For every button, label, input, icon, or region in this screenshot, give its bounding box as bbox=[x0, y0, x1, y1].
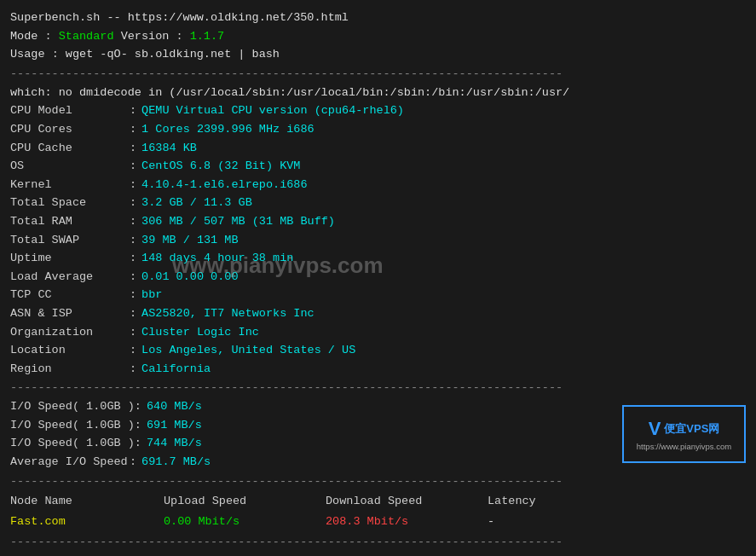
separator-1: ----------------------------------------… bbox=[10, 67, 746, 80]
os-row: OS : CentOS 6.8 (32 Bit) KVM bbox=[10, 157, 746, 176]
org-row: Organization : Cluster Logic Inc bbox=[10, 323, 746, 342]
location-row: Location : Los Angeles, United States / … bbox=[10, 341, 746, 360]
node-name-0: Fast.com bbox=[10, 512, 164, 532]
io1-value: 640 MB/s bbox=[147, 397, 202, 416]
cpu-cores-row: CPU Cores : 1 Cores 2399.996 MHz i686 bbox=[10, 120, 746, 139]
warning-text: which: no dmidecode in (/usr/local/sbin:… bbox=[10, 86, 569, 99]
io-section: I/O Speed( 1.0GB ) : 640 MB/s I/O Speed(… bbox=[10, 397, 746, 471]
terminal-window: Superbench.sh -- https://www.oldking.net… bbox=[10, 9, 746, 548]
logo-top: V 便宜VPS网 bbox=[649, 418, 720, 440]
kernel-value: 4.10.4-1.el6.elrepo.i686 bbox=[141, 176, 307, 194]
io-avg-value: 691.7 MB/s bbox=[141, 453, 211, 472]
version-value: 1.1.7 bbox=[190, 30, 225, 43]
total-space-value: 3.2 GB / 11.3 GB bbox=[141, 194, 252, 212]
speed-row-0: Fast.com 0.00 Mbit/s 208.3 Mbit/s - bbox=[10, 512, 746, 532]
logo-brand: 便宜VPS网 bbox=[664, 421, 719, 437]
io3-value: 744 MB/s bbox=[147, 434, 202, 453]
total-ram-row: Total RAM : 306 MB / 507 MB (31 MB Buff) bbox=[10, 212, 746, 231]
total-ram-label: Total RAM bbox=[10, 212, 130, 231]
load-avg-label: Load Average bbox=[10, 268, 130, 287]
version-label: Version bbox=[121, 30, 170, 43]
col-latency-header: Latency bbox=[488, 491, 573, 512]
cpu-model-row: CPU Model : QEMU Virtual CPU version (cp… bbox=[10, 101, 746, 120]
asn-label: ASN & ISP bbox=[10, 304, 130, 323]
mode-value: Standard bbox=[59, 30, 114, 43]
load-avg-container: Load Average : 0.01 0.00 0.00 www.pianyi… bbox=[10, 268, 746, 287]
io2-value: 691 MB/s bbox=[147, 416, 202, 435]
mode-line: Mode : Standard Version : 1.1.7 bbox=[10, 27, 746, 46]
cpu-cache-label: CPU Cache bbox=[10, 139, 130, 158]
cpu-model-label: CPU Model bbox=[10, 101, 130, 120]
cpu-cache-value: 16384 KB bbox=[141, 139, 197, 158]
org-value: Cluster Logic Inc bbox=[141, 323, 259, 342]
tcp-cc-value: bbr bbox=[141, 286, 162, 304]
os-label: OS bbox=[10, 157, 130, 176]
total-swap-row: Total SWAP : 39 MB / 131 MB bbox=[10, 231, 746, 250]
kernel-row: Kernel : 4.10.4-1.el6.elrepo.i686 bbox=[10, 176, 746, 194]
col-download-header: Download Speed bbox=[326, 491, 488, 512]
tcp-cc-row: TCP CC : bbr bbox=[10, 286, 746, 304]
cpu-cache-row: CPU Cache : 16384 KB bbox=[10, 139, 746, 158]
uptime-value: 148 days 4 hour 38 min bbox=[141, 249, 293, 268]
io1-label: I/O Speed( 1.0GB ) bbox=[10, 397, 135, 416]
separator-4: ----------------------------------------… bbox=[10, 536, 746, 548]
usage-value: wget -qO- sb.oldking.net | bash bbox=[66, 48, 280, 61]
total-swap-value: 39 MB / 131 MB bbox=[141, 231, 238, 250]
asn-row: ASN & ISP : AS25820, IT7 Networks Inc bbox=[10, 304, 746, 323]
io2-row: I/O Speed( 1.0GB ) : 691 MB/s bbox=[10, 416, 605, 435]
usage-label: Usage bbox=[10, 48, 45, 61]
logo-v-icon: V bbox=[649, 418, 661, 440]
logo-url: https://www.pianyivps.com bbox=[637, 442, 731, 451]
io-avg-row: Average I/O Speed : 691.7 MB/s bbox=[10, 453, 605, 472]
title-line: Superbench.sh -- https://www.oldking.net… bbox=[10, 9, 746, 27]
cpu-cores-value: 1 Cores 2399.996 MHz i686 bbox=[141, 120, 315, 139]
separator-2: ----------------------------------------… bbox=[10, 381, 746, 394]
io-avg-label: Average I/O Speed bbox=[10, 453, 130, 472]
cpu-cores-label: CPU Cores bbox=[10, 120, 130, 139]
region-value: California bbox=[141, 360, 211, 379]
tcp-cc-label: TCP CC bbox=[10, 286, 130, 304]
os-value: CentOS 6.8 (32 Bit) KVM bbox=[141, 157, 300, 176]
io3-row: I/O Speed( 1.0GB ) : 744 MB/s bbox=[10, 434, 605, 453]
col-upload-header: Upload Speed bbox=[164, 491, 326, 512]
location-label: Location bbox=[10, 341, 130, 360]
logo-box: V 便宜VPS网 https://www.pianyivps.com bbox=[622, 405, 746, 463]
io3-label: I/O Speed( 1.0GB ) bbox=[10, 434, 135, 453]
usage-line: Usage : wget -qO- sb.oldking.net | bash bbox=[10, 45, 746, 64]
kernel-label: Kernel bbox=[10, 176, 130, 194]
total-space-row: Total Space : 3.2 GB / 11.3 GB bbox=[10, 194, 746, 212]
load-avg-value: 0.01 0.00 0.00 bbox=[141, 268, 238, 287]
region-row: Region : California bbox=[10, 360, 746, 379]
total-space-label: Total Space bbox=[10, 194, 130, 212]
uptime-row: Uptime : 148 days 4 hour 38 min bbox=[10, 249, 746, 268]
upload-speed-0: 0.00 Mbit/s bbox=[164, 512, 326, 532]
latency-0: - bbox=[488, 512, 573, 532]
region-label: Region bbox=[10, 360, 130, 379]
separator-3: ----------------------------------------… bbox=[10, 475, 746, 488]
total-swap-label: Total SWAP bbox=[10, 231, 130, 250]
cpu-model-value: QEMU Virtual CPU version (cpu64-rhel6) bbox=[141, 101, 404, 120]
col-node-header: Node Name bbox=[10, 491, 164, 512]
mode-label: Mode bbox=[10, 30, 38, 43]
download-speed-0: 208.3 Mbit/s bbox=[326, 512, 488, 532]
load-avg-row: Load Average : 0.01 0.00 0.00 bbox=[10, 268, 746, 287]
total-ram-value: 306 MB / 507 MB (31 MB Buff) bbox=[141, 212, 335, 231]
location-value: Los Angeles, United States / US bbox=[141, 341, 355, 360]
io-values: I/O Speed( 1.0GB ) : 640 MB/s I/O Speed(… bbox=[10, 397, 605, 471]
title-text: Superbench.sh -- https://www.oldking.net… bbox=[10, 11, 349, 24]
warning-line: which: no dmidecode in (/usr/local/sbin:… bbox=[10, 84, 746, 102]
uptime-label: Uptime bbox=[10, 249, 130, 268]
asn-value: AS25820, IT7 Networks Inc bbox=[141, 304, 315, 323]
io2-label: I/O Speed( 1.0GB ) bbox=[10, 416, 135, 435]
org-label: Organization bbox=[10, 323, 130, 342]
speed-table-header: Node Name Upload Speed Download Speed La… bbox=[10, 491, 746, 512]
speed-table: Node Name Upload Speed Download Speed La… bbox=[10, 491, 746, 533]
io1-row: I/O Speed( 1.0GB ) : 640 MB/s bbox=[10, 397, 605, 416]
